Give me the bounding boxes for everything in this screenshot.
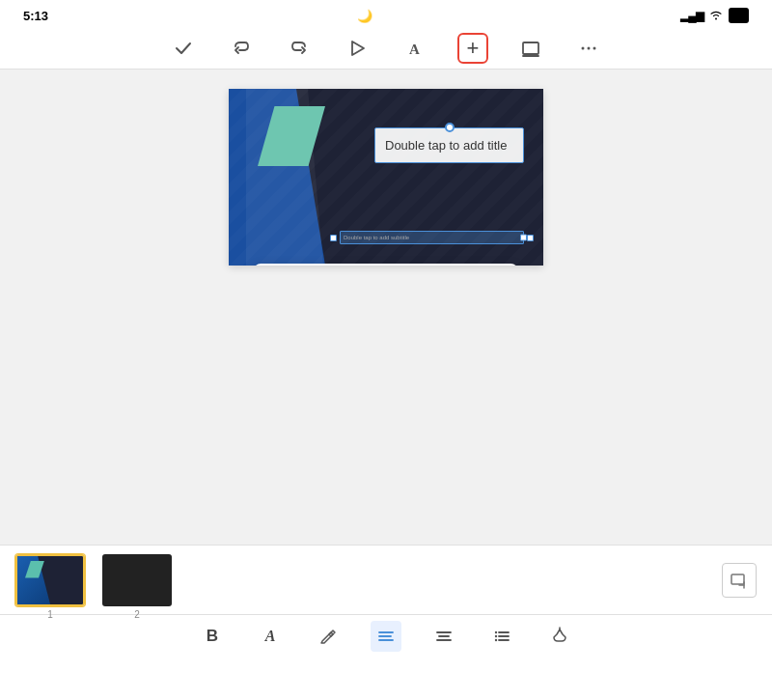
fill-button[interactable]: [544, 621, 575, 652]
right-handle: [520, 235, 527, 241]
thumb-2-bg: [102, 554, 172, 606]
list-button[interactable]: [486, 621, 517, 652]
slides-view-button[interactable]: [515, 33, 546, 64]
wifi-icon: [708, 9, 724, 23]
undo-button[interactable]: [226, 33, 257, 64]
subtitle-textbox[interactable]: Double tap to add subtitle: [340, 231, 524, 244]
bold-icon: B: [207, 627, 218, 646]
slide-content[interactable]: Double tap to add title Double tap to ad…: [229, 89, 543, 266]
canvas-area: Double tap to add title Double tap to ad…: [0, 70, 772, 545]
pen-button[interactable]: [313, 621, 344, 652]
add-button[interactable]: +: [457, 33, 488, 64]
svg-rect-7: [731, 574, 744, 584]
bold-button[interactable]: B: [197, 621, 228, 652]
status-bar: 5:13 🌙 ▂▄▆ 13: [0, 0, 772, 27]
format-bar: B A: [0, 614, 772, 657]
thumb-2-number: 2: [134, 609, 140, 620]
moon-icon: 🌙: [357, 9, 372, 23]
thumbnail-strip: 1 2: [0, 545, 772, 614]
svg-point-16: [495, 630, 497, 632]
title-placeholder: Double tap to add title: [385, 138, 507, 153]
svg-text:A: A: [409, 42, 420, 57]
subtitle-text: Double tap to add subtitle: [344, 235, 409, 240]
redo-button[interactable]: [284, 33, 315, 64]
battery-count: 13: [729, 8, 749, 23]
context-menu: Cut Copy Paste Delete ›: [253, 264, 518, 266]
more-button[interactable]: [573, 33, 604, 64]
title-textbox[interactable]: Double tap to add title: [374, 127, 524, 163]
italic-button[interactable]: A: [255, 621, 286, 652]
status-icons: ▂▄▆ 13: [680, 8, 749, 23]
thumb-1-bg: [17, 556, 83, 604]
svg-point-20: [495, 638, 497, 640]
svg-rect-2: [523, 42, 538, 54]
selection-handle-top: [445, 123, 455, 132]
align-left-button[interactable]: [371, 621, 401, 652]
play-button[interactable]: [342, 33, 372, 64]
plus-icon: +: [467, 38, 480, 59]
thumbnail-1[interactable]: [15, 554, 85, 606]
check-button[interactable]: [168, 33, 199, 64]
svg-point-18: [495, 634, 497, 636]
align-center-button[interactable]: [428, 621, 459, 652]
add-slide-button[interactable]: [722, 563, 757, 598]
svg-marker-0: [352, 42, 364, 55]
svg-point-5: [588, 46, 591, 49]
text-size-icon: A: [265, 628, 276, 645]
text-button[interactable]: A: [400, 33, 430, 64]
right-outer-handle: [527, 235, 534, 241]
thumbnail-2[interactable]: [102, 554, 172, 606]
thumb-1-number: 1: [47, 609, 53, 620]
svg-point-4: [582, 46, 585, 49]
subtitle-row[interactable]: Double tap to add subtitle: [330, 231, 534, 244]
left-handle: [330, 235, 337, 241]
slide-canvas[interactable]: Double tap to add title Double tap to ad…: [229, 89, 543, 266]
svg-point-6: [593, 46, 596, 49]
status-time: 5:13: [23, 9, 48, 23]
signal-icon: ▂▄▆: [680, 9, 703, 22]
toolbar: A +: [0, 27, 772, 70]
